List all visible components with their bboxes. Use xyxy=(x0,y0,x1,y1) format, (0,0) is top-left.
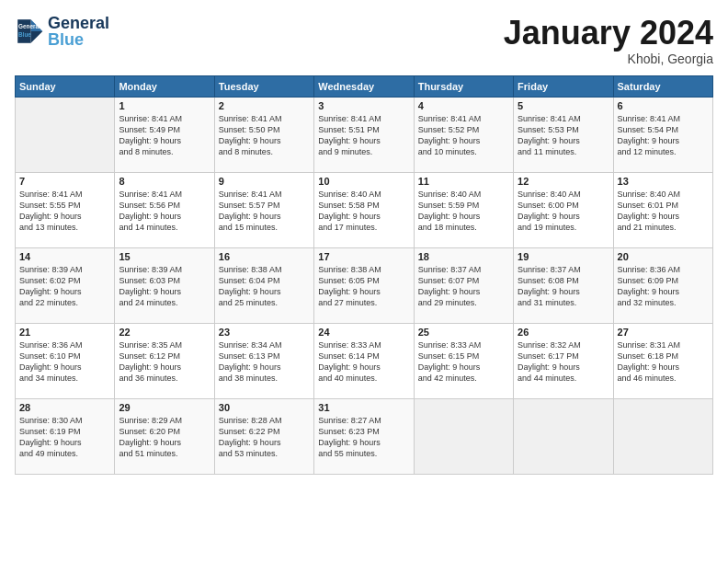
calendar-cell: 20Sunrise: 8:36 AMSunset: 6:09 PMDayligh… xyxy=(613,247,712,323)
cell-content: Sunrise: 8:39 AMSunset: 6:02 PMDaylight:… xyxy=(19,264,110,309)
calendar-table: SundayMondayTuesdayWednesdayThursdayFrid… xyxy=(15,75,713,475)
week-row-5: 28Sunrise: 8:30 AMSunset: 6:19 PMDayligh… xyxy=(16,398,713,474)
calendar-cell: 30Sunrise: 8:28 AMSunset: 6:22 PMDayligh… xyxy=(214,398,313,474)
cell-content: Sunrise: 8:29 AMSunset: 6:20 PMDaylight:… xyxy=(119,415,210,460)
day-number: 22 xyxy=(119,327,210,338)
cell-content: Sunrise: 8:35 AMSunset: 6:12 PMDaylight:… xyxy=(119,339,210,385)
day-number: 18 xyxy=(418,251,509,262)
week-row-4: 21Sunrise: 8:36 AMSunset: 6:10 PMDayligh… xyxy=(16,323,713,398)
calendar-cell: 29Sunrise: 8:29 AMSunset: 6:20 PMDayligh… xyxy=(115,398,214,474)
calendar-cell xyxy=(414,398,513,474)
calendar-cell: 21Sunrise: 8:36 AMSunset: 6:10 PMDayligh… xyxy=(16,323,115,398)
cell-content: Sunrise: 8:41 AMSunset: 5:51 PMDaylight:… xyxy=(318,113,409,158)
day-number: 13 xyxy=(618,176,709,187)
day-number: 16 xyxy=(219,251,310,262)
cell-content: Sunrise: 8:36 AMSunset: 6:10 PMDaylight:… xyxy=(19,339,110,385)
header-cell-thursday: Thursday xyxy=(414,75,513,97)
calendar-cell: 5Sunrise: 8:41 AMSunset: 5:53 PMDaylight… xyxy=(514,97,613,172)
cell-content: Sunrise: 8:41 AMSunset: 5:54 PMDaylight:… xyxy=(618,113,709,158)
calendar-cell: 12Sunrise: 8:40 AMSunset: 6:00 PMDayligh… xyxy=(514,172,613,247)
header-cell-saturday: Saturday xyxy=(613,75,712,97)
calendar-cell: 14Sunrise: 8:39 AMSunset: 6:02 PMDayligh… xyxy=(16,247,115,323)
calendar-cell: 23Sunrise: 8:34 AMSunset: 6:13 PMDayligh… xyxy=(214,323,313,398)
logo-line1: General xyxy=(48,15,109,31)
header-row: SundayMondayTuesdayWednesdayThursdayFrid… xyxy=(16,75,713,97)
cell-content: Sunrise: 8:41 AMSunset: 5:57 PMDaylight:… xyxy=(219,189,310,234)
day-number: 15 xyxy=(119,251,210,262)
cell-content: Sunrise: 8:31 AMSunset: 6:18 PMDaylight:… xyxy=(618,339,709,385)
calendar-cell: 7Sunrise: 8:41 AMSunset: 5:55 PMDaylight… xyxy=(16,172,115,247)
calendar-cell: 17Sunrise: 8:38 AMSunset: 6:05 PMDayligh… xyxy=(314,247,414,323)
logo-text: General Blue xyxy=(48,15,109,48)
cell-content: Sunrise: 8:40 AMSunset: 5:59 PMDaylight:… xyxy=(418,189,509,234)
calendar-cell: 22Sunrise: 8:35 AMSunset: 6:12 PMDayligh… xyxy=(115,323,214,398)
cell-content: Sunrise: 8:40 AMSunset: 6:00 PMDaylight:… xyxy=(518,189,609,234)
cell-content: Sunrise: 8:33 AMSunset: 6:14 PMDaylight:… xyxy=(318,339,409,385)
header-cell-monday: Monday xyxy=(115,75,214,97)
day-number: 19 xyxy=(518,251,609,262)
header-cell-tuesday: Tuesday xyxy=(214,75,313,97)
svg-text:General: General xyxy=(18,23,40,29)
calendar-cell: 9Sunrise: 8:41 AMSunset: 5:57 PMDaylight… xyxy=(214,172,313,247)
calendar-cell: 25Sunrise: 8:33 AMSunset: 6:15 PMDayligh… xyxy=(414,323,513,398)
cell-content: Sunrise: 8:40 AMSunset: 6:01 PMDaylight:… xyxy=(618,189,709,234)
calendar-cell: 1Sunrise: 8:41 AMSunset: 5:49 PMDaylight… xyxy=(115,97,214,172)
day-number: 28 xyxy=(19,402,110,413)
cell-content: Sunrise: 8:37 AMSunset: 6:07 PMDaylight:… xyxy=(418,264,509,309)
calendar-cell xyxy=(613,398,712,474)
calendar-cell: 15Sunrise: 8:39 AMSunset: 6:03 PMDayligh… xyxy=(115,247,214,323)
cell-content: Sunrise: 8:32 AMSunset: 6:17 PMDaylight:… xyxy=(518,339,609,385)
day-number: 5 xyxy=(518,100,609,111)
day-number: 1 xyxy=(119,100,210,111)
cell-content: Sunrise: 8:38 AMSunset: 6:04 PMDaylight:… xyxy=(219,264,310,309)
cell-content: Sunrise: 8:34 AMSunset: 6:13 PMDaylight:… xyxy=(219,339,310,385)
day-number: 30 xyxy=(219,402,310,413)
day-number: 6 xyxy=(618,100,709,111)
day-number: 27 xyxy=(618,327,709,338)
calendar-cell: 16Sunrise: 8:38 AMSunset: 6:04 PMDayligh… xyxy=(214,247,313,323)
calendar-body: 1Sunrise: 8:41 AMSunset: 5:49 PMDaylight… xyxy=(16,97,713,474)
header-cell-sunday: Sunday xyxy=(16,75,115,97)
calendar-cell: 13Sunrise: 8:40 AMSunset: 6:01 PMDayligh… xyxy=(613,172,712,247)
calendar-cell: 31Sunrise: 8:27 AMSunset: 6:23 PMDayligh… xyxy=(314,398,414,474)
month-title: January 2024 xyxy=(504,15,713,52)
day-number: 20 xyxy=(618,251,709,262)
day-number: 10 xyxy=(318,176,409,187)
day-number: 9 xyxy=(219,176,310,187)
cell-content: Sunrise: 8:38 AMSunset: 6:05 PMDaylight:… xyxy=(318,264,409,309)
calendar-cell: 27Sunrise: 8:31 AMSunset: 6:18 PMDayligh… xyxy=(613,323,712,398)
header-cell-friday: Friday xyxy=(514,75,613,97)
cell-content: Sunrise: 8:41 AMSunset: 5:56 PMDaylight:… xyxy=(119,189,210,234)
calendar-cell xyxy=(514,398,613,474)
calendar-cell: 28Sunrise: 8:30 AMSunset: 6:19 PMDayligh… xyxy=(16,398,115,474)
logo-icon: General Blue xyxy=(15,17,44,46)
cell-content: Sunrise: 8:30 AMSunset: 6:19 PMDaylight:… xyxy=(19,415,110,460)
calendar-cell: 6Sunrise: 8:41 AMSunset: 5:54 PMDaylight… xyxy=(613,97,712,172)
calendar-cell: 18Sunrise: 8:37 AMSunset: 6:07 PMDayligh… xyxy=(414,247,513,323)
calendar-cell: 10Sunrise: 8:40 AMSunset: 5:58 PMDayligh… xyxy=(314,172,414,247)
calendar-cell: 4Sunrise: 8:41 AMSunset: 5:52 PMDaylight… xyxy=(414,97,513,172)
cell-content: Sunrise: 8:27 AMSunset: 6:23 PMDaylight:… xyxy=(318,415,409,460)
week-row-3: 14Sunrise: 8:39 AMSunset: 6:02 PMDayligh… xyxy=(16,247,713,323)
calendar-header: SundayMondayTuesdayWednesdayThursdayFrid… xyxy=(16,75,713,97)
week-row-1: 1Sunrise: 8:41 AMSunset: 5:49 PMDaylight… xyxy=(16,97,713,172)
logo: General Blue General Blue xyxy=(15,15,109,48)
cell-content: Sunrise: 8:40 AMSunset: 5:58 PMDaylight:… xyxy=(318,189,409,234)
header-cell-wednesday: Wednesday xyxy=(314,75,414,97)
calendar-cell: 8Sunrise: 8:41 AMSunset: 5:56 PMDaylight… xyxy=(115,172,214,247)
cell-content: Sunrise: 8:41 AMSunset: 5:55 PMDaylight:… xyxy=(19,189,110,234)
day-number: 7 xyxy=(19,176,110,187)
header: General Blue General Blue January 2024 K… xyxy=(15,15,713,66)
page: General Blue General Blue January 2024 K… xyxy=(0,0,728,563)
day-number: 4 xyxy=(418,100,509,111)
cell-content: Sunrise: 8:28 AMSunset: 6:22 PMDaylight:… xyxy=(219,415,310,460)
day-number: 21 xyxy=(19,327,110,338)
cell-content: Sunrise: 8:36 AMSunset: 6:09 PMDaylight:… xyxy=(618,264,709,309)
cell-content: Sunrise: 8:41 AMSunset: 5:50 PMDaylight:… xyxy=(219,113,310,158)
day-number: 12 xyxy=(518,176,609,187)
cell-content: Sunrise: 8:37 AMSunset: 6:08 PMDaylight:… xyxy=(518,264,609,309)
day-number: 29 xyxy=(119,402,210,413)
day-number: 2 xyxy=(219,100,310,111)
calendar-cell: 26Sunrise: 8:32 AMSunset: 6:17 PMDayligh… xyxy=(514,323,613,398)
day-number: 31 xyxy=(318,402,409,413)
